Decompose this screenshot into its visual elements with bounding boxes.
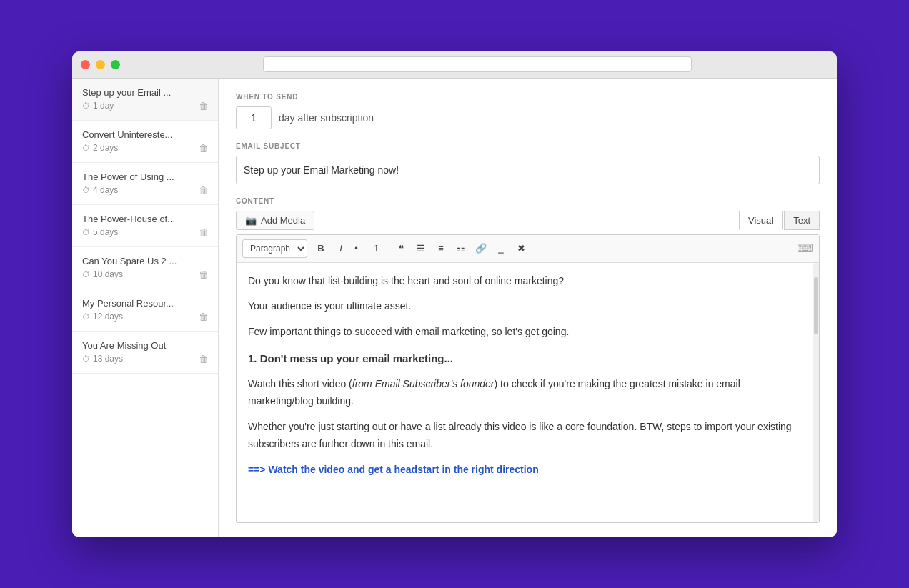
delete-icon[interactable]: 🗑 — [199, 312, 208, 322]
sidebar-item-days: ⏱ 10 days — [82, 269, 123, 279]
editor-h1: 1. Don't mess up your email marketing... — [248, 349, 802, 368]
link-button[interactable]: 🔗 — [472, 239, 490, 258]
sidebar-item-title: You Are Missing Out — [82, 340, 208, 351]
minimize-button[interactable] — [96, 60, 105, 69]
add-media-icon: 📷 — [245, 215, 257, 226]
clock-icon: ⏱ — [82, 354, 90, 363]
sidebar-item-days: ⏱ 5 days — [82, 227, 118, 237]
editor-inner: Do you know that list-building is the he… — [237, 263, 819, 522]
delete-icon[interactable]: 🗑 — [199, 227, 208, 238]
add-media-button[interactable]: 📷 Add Media — [236, 211, 314, 230]
delete-icon[interactable]: 🗑 — [199, 269, 208, 280]
delete-icon[interactable]: 🗑 — [199, 185, 208, 196]
editor-body[interactable]: Do you know that list-building is the he… — [237, 263, 813, 522]
close-button[interactable] — [81, 60, 90, 69]
maximize-button[interactable] — [111, 60, 120, 69]
email-subject-label: EMAIL SUBJECT — [236, 142, 820, 150]
editor-p2: Your audience is your ultimate asset. — [248, 298, 802, 315]
content-section: CONTENT 📷 Add Media Visual Text — [236, 197, 820, 523]
titlebar — [72, 51, 837, 79]
when-to-send-section: WHEN TO SEND day after subscription — [236, 93, 820, 129]
main-content: Step up your Email ... ⏱ 1 day 🗑 Convert… — [72, 79, 837, 537]
email-subject-input[interactable] — [236, 156, 820, 184]
sidebar-item-title: Convert Unintereste... — [82, 129, 208, 140]
editor-p1: Do you know that list-building is the he… — [248, 273, 802, 290]
sidebar-item[interactable]: You Are Missing Out ⏱ 13 days 🗑 — [72, 332, 218, 374]
sidebar-item[interactable]: The Power-House of... ⏱ 5 days 🗑 — [72, 205, 218, 247]
align-center-button[interactable]: ≡ — [432, 239, 450, 258]
editor-p4: Watch this short video (from Email Subsc… — [248, 376, 802, 410]
delete-icon[interactable]: 🗑 — [199, 143, 208, 154]
sidebar-item-title: My Personal Resour... — [82, 298, 208, 309]
day-input[interactable] — [236, 106, 272, 129]
editor-scrollbar[interactable] — [813, 263, 819, 522]
sidebar-item[interactable]: My Personal Resour... ⏱ 12 days 🗑 — [72, 289, 218, 332]
delete-icon[interactable]: 🗑 — [199, 101, 208, 111]
paragraph-select[interactable]: Paragraph — [242, 239, 307, 258]
formatting-toolbar: Paragraph B I •— 1— ❝ ☰ ≡ ⚏ 🔗 ⎯ ✖ ⌨ — [237, 235, 819, 263]
special-button[interactable]: ✖ — [512, 239, 530, 258]
bold-button[interactable]: B — [312, 239, 330, 258]
sidebar: Step up your Email ... ⏱ 1 day 🗑 Convert… — [72, 79, 219, 537]
when-to-send-row: day after subscription — [236, 106, 820, 129]
sidebar-item[interactable]: Step up your Email ... ⏱ 1 day 🗑 — [72, 79, 218, 121]
sidebar-item-days: ⏱ 13 days — [82, 354, 123, 364]
sidebar-item-meta: ⏱ 1 day 🗑 — [82, 101, 208, 111]
sidebar-item-days: ⏱ 12 days — [82, 312, 123, 322]
unordered-list-button[interactable]: •— — [352, 239, 370, 258]
sidebar-item-days: ⏱ 2 days — [82, 143, 118, 153]
blockquote-button[interactable]: ❝ — [392, 239, 410, 258]
sidebar-item-meta: ⏱ 4 days 🗑 — [82, 185, 208, 196]
sidebar-item-meta: ⏱ 13 days 🗑 — [82, 354, 208, 364]
sidebar-item-title: Step up your Email ... — [82, 87, 208, 98]
delete-icon[interactable]: 🗑 — [199, 354, 208, 364]
clock-icon: ⏱ — [82, 186, 90, 194]
editor-p5: Whether you're just starting out or have… — [248, 419, 802, 453]
right-panel: WHEN TO SEND day after subscription EMAI… — [219, 79, 837, 537]
editor-p3: Few important things to succeed with ema… — [248, 324, 802, 341]
align-right-button[interactable]: ⚏ — [452, 239, 470, 258]
content-toolbar-top: 📷 Add Media Visual Text — [236, 211, 820, 230]
editor-p4a: Watch this short video ( — [248, 378, 352, 389]
sidebar-item-meta: ⏱ 5 days 🗑 — [82, 227, 208, 238]
sidebar-item-days: ⏱ 1 day — [82, 101, 114, 111]
italic-button[interactable]: I — [332, 239, 350, 258]
email-subject-section: EMAIL SUBJECT — [236, 142, 820, 184]
app-window: Step up your Email ... ⏱ 1 day 🗑 Convert… — [72, 51, 837, 537]
text-tab[interactable]: Text — [784, 211, 820, 230]
clock-icon: ⏱ — [82, 101, 90, 110]
when-to-send-label: WHEN TO SEND — [236, 93, 820, 101]
clock-icon: ⏱ — [82, 270, 90, 279]
hr-button[interactable]: ⎯ — [492, 239, 510, 258]
sidebar-item-meta: ⏱ 2 days 🗑 — [82, 143, 208, 154]
editor-link-para: ==> Watch the video and get a headstart … — [248, 462, 802, 479]
sidebar-item[interactable]: Can You Spare Us 2 ... ⏱ 10 days 🗑 — [72, 247, 218, 289]
scrollbar-thumb — [814, 277, 818, 334]
editor-link[interactable]: ==> Watch the video and get a headstart … — [248, 464, 539, 475]
clock-icon: ⏱ — [82, 228, 90, 236]
address-bar[interactable] — [263, 56, 692, 72]
keyboard-icon: ⌨ — [797, 241, 813, 255]
clock-icon: ⏱ — [82, 144, 90, 152]
ordered-list-button[interactable]: 1— — [372, 239, 390, 258]
sidebar-item-meta: ⏱ 12 days 🗑 — [82, 312, 208, 322]
editor-container: Paragraph B I •— 1— ❝ ☰ ≡ ⚏ 🔗 ⎯ ✖ ⌨ — [236, 234, 820, 523]
sidebar-item-meta: ⏱ 10 days 🗑 — [82, 269, 208, 280]
content-label: CONTENT — [236, 197, 820, 205]
view-tabs: Visual Text — [739, 211, 820, 230]
align-left-button[interactable]: ☰ — [412, 239, 430, 258]
editor-p4em: from Email Subscriber's founder — [352, 378, 495, 389]
visual-tab[interactable]: Visual — [739, 211, 783, 230]
day-suffix: day after subscription — [279, 112, 374, 124]
add-media-label: Add Media — [261, 215, 305, 226]
sidebar-item-title: Can You Spare Us 2 ... — [82, 256, 208, 266]
sidebar-item-days: ⏱ 4 days — [82, 185, 118, 195]
sidebar-item-title: The Power-House of... — [82, 214, 208, 224]
clock-icon: ⏱ — [82, 312, 90, 321]
sidebar-item[interactable]: The Power of Using ... ⏱ 4 days 🗑 — [72, 163, 218, 205]
sidebar-item-title: The Power of Using ... — [82, 171, 208, 182]
sidebar-item[interactable]: Convert Unintereste... ⏱ 2 days 🗑 — [72, 121, 218, 163]
